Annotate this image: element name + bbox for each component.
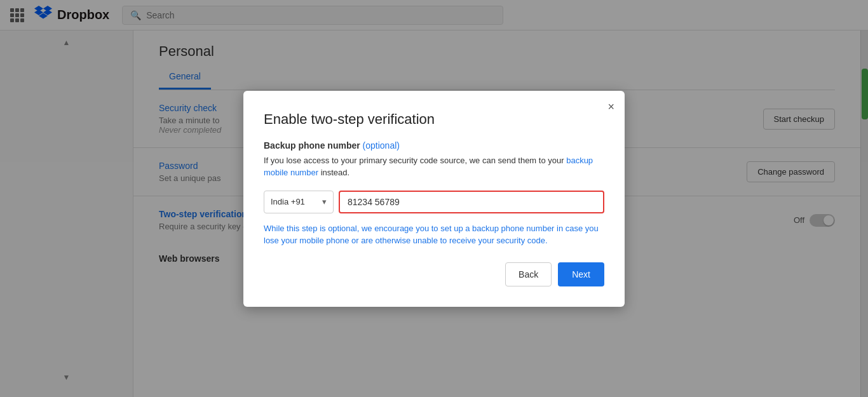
backup-phone-subtitle: Backup phone number (optional) — [264, 140, 604, 151]
modal-desc-text1: If you lose access to your primary secur… — [264, 156, 564, 165]
phone-input-row: India +91 ▾ — [264, 191, 604, 213]
country-select[interactable]: India +91 ▾ — [264, 191, 334, 213]
phone-number-input[interactable] — [339, 191, 604, 213]
next-button[interactable]: Next — [558, 262, 604, 286]
dropdown-chevron-icon: ▾ — [322, 197, 327, 206]
modal-overlay: × Enable two-step verification Backup ph… — [0, 0, 868, 397]
backup-phone-label: Backup phone number — [264, 140, 360, 151]
modal-close-button[interactable]: × — [607, 101, 614, 112]
country-select-value: India +91 — [271, 197, 305, 206]
modal-actions: Back Next — [264, 262, 604, 286]
optional-label: (optional) — [363, 140, 400, 151]
modal-desc-text2: instead. — [321, 168, 350, 177]
back-button[interactable]: Back — [505, 262, 552, 286]
modal-note: While this step is optional, we encourag… — [264, 222, 604, 247]
modal-title: Enable two-step verification — [264, 111, 604, 128]
modal-description: If you lose access to your primary secur… — [264, 154, 604, 179]
modal-dialog: × Enable two-step verification Backup ph… — [243, 91, 625, 307]
